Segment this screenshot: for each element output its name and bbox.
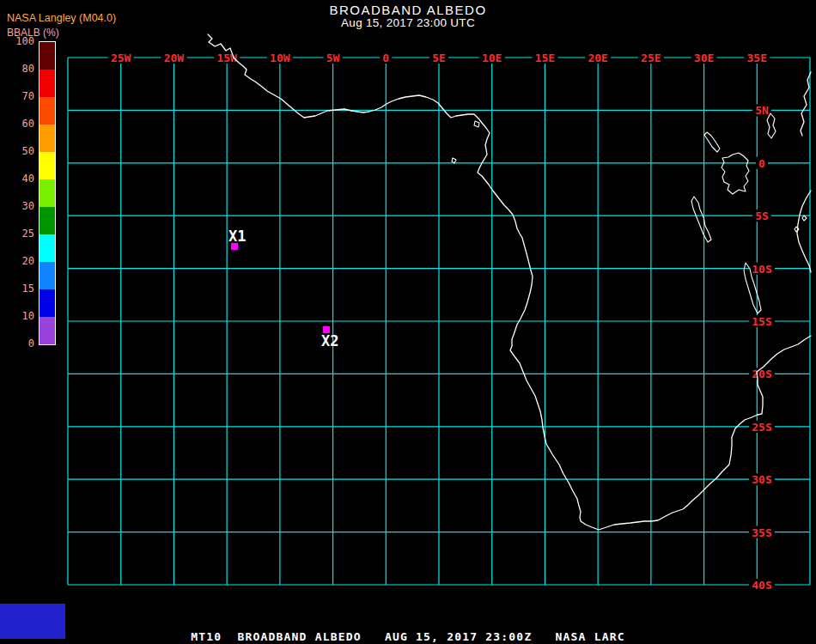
lake-outline — [722, 153, 749, 194]
latitude-label: 35S — [752, 526, 772, 539]
coastline — [797, 191, 811, 272]
status-bar-text: MT10 BROADBAND ALBEDO AUG 15, 2017 23:00… — [0, 630, 816, 643]
longitude-label: 25E — [641, 52, 661, 64]
longitude-label: 20E — [588, 52, 607, 64]
lake-outline — [691, 197, 711, 242]
longitude-label: 10E — [482, 52, 502, 64]
latitude-label: 25S — [752, 421, 772, 434]
longitude-label: 15E — [535, 52, 555, 64]
latitude-label: 10S — [752, 263, 772, 276]
longitude-label: 25W — [111, 52, 131, 64]
latitude-label: 0 — [758, 157, 765, 170]
marker-label: X2 — [321, 332, 338, 349]
coastline — [208, 34, 811, 530]
lake-outline — [704, 132, 720, 152]
latitude-label: 5S — [755, 210, 769, 222]
longitude-label: 5E — [432, 52, 446, 64]
latitude-label: 20S — [752, 368, 772, 380]
latitude-label: 40S — [752, 579, 772, 592]
lake-outline — [767, 113, 776, 138]
longitude-label: 0 — [382, 52, 389, 64]
latitude-label: 5N — [755, 104, 769, 117]
albedo-map-app: NASA Langley (M04.0) BBALB (%) BROADBAND… — [0, 0, 816, 644]
longitude-label: 20W — [164, 52, 185, 64]
map-canvas: 25W20W15W10W5W05E10E15E20E25E30E35E5N05S… — [0, 0, 816, 644]
longitude-label: 35E — [747, 52, 767, 64]
longitude-label: 30E — [694, 52, 714, 64]
marker-label: X1 — [228, 228, 246, 245]
longitude-label: 10W — [270, 52, 290, 64]
longitude-label: 5W — [326, 52, 340, 64]
latitude-label: 15S — [752, 315, 772, 328]
coastline — [801, 72, 811, 136]
lake-outline — [474, 121, 479, 127]
lake-outline — [452, 158, 456, 163]
lake-outline — [802, 216, 807, 221]
latitude-label: 30S — [752, 473, 772, 486]
